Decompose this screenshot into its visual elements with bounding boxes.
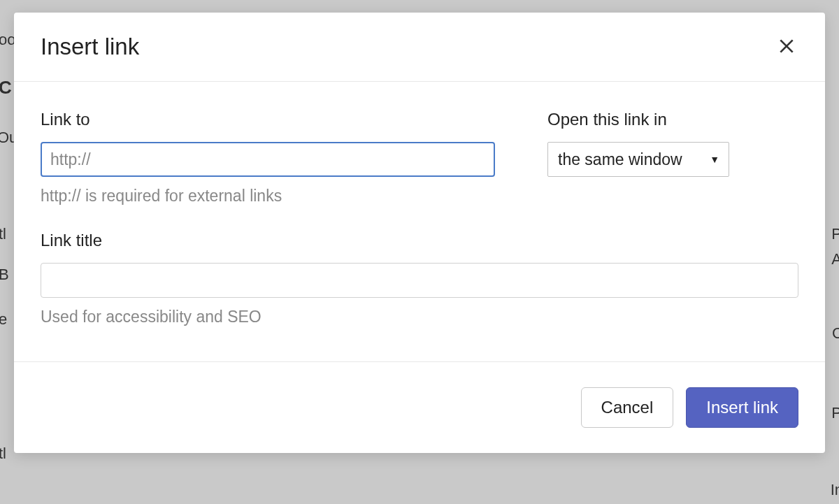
form-row: Link to http:// is required for external…: [41, 110, 798, 206]
link-to-group: Link to http:// is required for external…: [41, 110, 495, 206]
link-title-group: Link title Used for accessibility and SE…: [41, 231, 798, 326]
modal-footer: Cancel Insert link: [14, 361, 825, 453]
close-button[interactable]: [775, 34, 798, 60]
link-title-help: Used for accessibility and SEO: [41, 308, 798, 326]
close-icon: [777, 37, 796, 57]
open-in-group: Open this link in the same window ▼: [547, 110, 729, 206]
modal-overlay: Insert link Link to http:// is required …: [0, 0, 839, 504]
open-in-select[interactable]: the same window: [547, 142, 729, 177]
insert-link-button[interactable]: Insert link: [686, 387, 798, 428]
modal-body: Link to http:// is required for external…: [14, 82, 825, 361]
link-title-input[interactable]: [41, 263, 798, 298]
cancel-button[interactable]: Cancel: [581, 387, 674, 428]
open-in-label: Open this link in: [547, 110, 729, 129]
link-title-label: Link title: [41, 231, 798, 250]
link-to-label: Link to: [41, 110, 495, 129]
link-to-input[interactable]: [41, 142, 495, 177]
insert-link-modal: Insert link Link to http:// is required …: [14, 13, 825, 453]
link-to-help: http:// is required for external links: [41, 187, 495, 206]
modal-title: Insert link: [41, 34, 139, 60]
open-in-select-wrapper: the same window ▼: [547, 142, 729, 177]
modal-header: Insert link: [14, 13, 825, 82]
